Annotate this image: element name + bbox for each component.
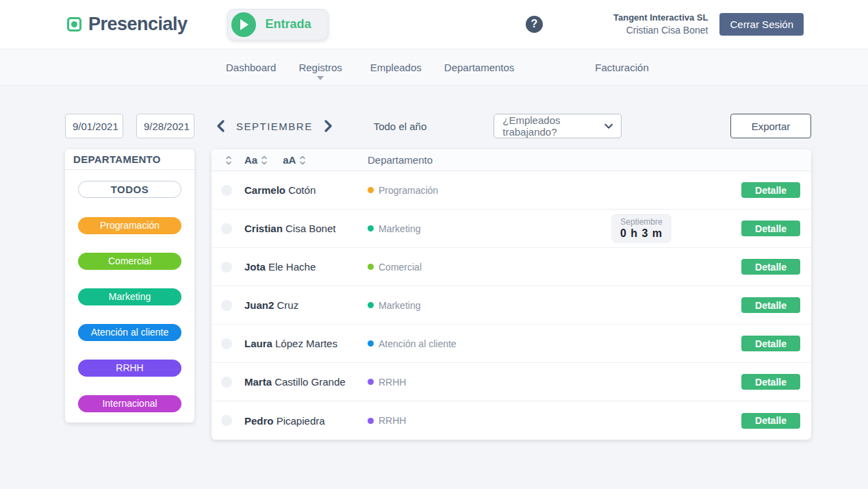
- department-pill-list: TODOS ProgramaciónComercialMarketingAten…: [65, 170, 194, 423]
- employee-name: Pedro Picapiedra: [244, 415, 368, 427]
- filters-bar: SEPTIEMBRE Todo el año ¿Empleados trabaj…: [65, 114, 811, 138]
- play-icon: [231, 12, 256, 37]
- sort-firstname-icon[interactable]: [261, 155, 268, 166]
- row-action-cell: Detalle: [741, 297, 800, 313]
- sort-arrows-icon: [261, 155, 268, 166]
- row-select-circle[interactable]: [221, 300, 232, 311]
- employee-first-name: Laura: [244, 338, 272, 349]
- department-label: Marketing: [379, 223, 420, 234]
- nav-item-label: Empleados: [370, 62, 422, 73]
- nav-item-label: Facturación: [595, 62, 648, 73]
- department-filter-programacion[interactable]: Programación: [78, 217, 181, 234]
- employee-department: Programación: [368, 185, 607, 196]
- employee-last-name: Ele Hache: [266, 261, 316, 273]
- department-filter-marketing[interactable]: Marketing: [78, 288, 181, 305]
- department-dot-icon: [368, 225, 374, 231]
- next-month-button[interactable]: [322, 120, 333, 132]
- detail-button[interactable]: Detalle: [741, 374, 800, 390]
- entrada-button[interactable]: Entrada: [227, 9, 329, 40]
- sort-arrows-icon: [225, 155, 232, 166]
- nav-item-departamentos[interactable]: Departamentos: [444, 62, 515, 73]
- main-nav: DashboardRegistrosEmpleadosDepartamentos…: [0, 49, 868, 86]
- badge-month-label: Septiembre: [620, 217, 663, 227]
- department-filter-rrhh[interactable]: RRHH: [78, 360, 181, 377]
- row-select-cell: [218, 338, 235, 349]
- row-action-cell: Detalle: [741, 182, 800, 198]
- department-label: Atención al cliente: [379, 338, 457, 349]
- table-row: Marta Castillo GrandeRRHHDetalle: [212, 363, 811, 401]
- employee-first-name: Carmelo: [244, 184, 285, 196]
- nav-item-facturacion[interactable]: Facturación: [595, 62, 648, 73]
- account-info: Tangent Interactiva SL Cristian Cisa Bon…: [613, 12, 708, 36]
- detail-button[interactable]: Detalle: [741, 413, 800, 429]
- month-label: SEPTIEMBRE: [236, 121, 313, 132]
- row-action-cell: Detalle: [741, 374, 800, 390]
- department-label: RRHH: [379, 377, 406, 388]
- all-year-link[interactable]: Todo el año: [374, 121, 427, 132]
- row-select-circle[interactable]: [221, 185, 232, 196]
- row-select-circle[interactable]: [221, 338, 232, 349]
- employee-name: Marta Castillo Grande: [244, 376, 368, 388]
- date-to-input[interactable]: [136, 114, 194, 138]
- employees-table: Aa aA Departamento Carmelo CotónPrograma…: [212, 149, 811, 440]
- employee-department: Marketing: [368, 300, 607, 311]
- sort-icon[interactable]: [225, 155, 232, 166]
- prev-month-button[interactable]: [216, 120, 227, 132]
- header-department-label: Departamento: [368, 154, 800, 166]
- table-row: Laura López MartesAtención al clienteDet…: [212, 325, 811, 363]
- department-dot-icon: [368, 187, 374, 193]
- department-label: Marketing: [379, 300, 420, 311]
- help-icon[interactable]: ?: [526, 16, 543, 33]
- nav-item-empleados[interactable]: Empleados: [370, 62, 422, 73]
- department-filter-all[interactable]: TODOS: [78, 181, 181, 198]
- month-time-badge: Septiembre0 h 3 m: [611, 214, 672, 243]
- department-filter-atencion-al-cliente[interactable]: Atención al cliente: [78, 324, 181, 341]
- department-filter-internacional[interactable]: Internacional: [78, 395, 181, 412]
- row-select-cell: [218, 377, 235, 388]
- row-select-circle[interactable]: [221, 377, 232, 388]
- detail-button[interactable]: Detalle: [741, 297, 800, 313]
- department-panel-title: DEPARTAMENTO: [65, 149, 194, 170]
- date-from-input[interactable]: [65, 114, 123, 138]
- row-select-cell: [218, 262, 235, 273]
- table-row: Carmelo CotónProgramaciónDetalle: [212, 171, 811, 210]
- row-action-cell: Detalle: [741, 259, 800, 275]
- badge-time-value: 0 h 3 m: [620, 227, 663, 240]
- nav-item-label: Departamentos: [444, 62, 515, 73]
- sort-lastname-label[interactable]: aA: [283, 154, 296, 166]
- employee-last-name: Cruz: [274, 299, 298, 311]
- row-select-circle[interactable]: [221, 415, 232, 426]
- logo[interactable]: Presencialy: [67, 14, 188, 35]
- employee-first-name: Cristian: [244, 223, 283, 234]
- sort-firstname-label[interactable]: Aa: [244, 154, 257, 166]
- nav-item-label: Dashboard: [226, 62, 276, 73]
- row-select-cell: [218, 223, 235, 234]
- detail-button[interactable]: Detalle: [741, 336, 800, 351]
- page: Presencialy Entrada ? Tangent Interactiv…: [0, 0, 868, 440]
- logout-button[interactable]: Cerrar Sesión: [719, 13, 804, 36]
- export-button[interactable]: Exportar: [730, 114, 811, 138]
- month-time-cell: Septiembre0 h 3 m: [607, 210, 676, 247]
- company-name: Tangent Interactiva SL: [613, 12, 708, 24]
- table-row: Pedro PicapiedraRRHHDetalle: [212, 401, 811, 440]
- row-select-cell: [218, 300, 235, 311]
- table-header: Aa aA Departamento: [212, 149, 811, 171]
- detail-button[interactable]: Detalle: [741, 221, 800, 236]
- detail-button[interactable]: Detalle: [741, 259, 800, 275]
- employees-working-select[interactable]: ¿Empleados trabajando?: [494, 114, 622, 138]
- detail-button[interactable]: Detalle: [741, 182, 800, 198]
- chevron-right-icon: [322, 120, 333, 132]
- play-triangle-icon: [240, 19, 248, 30]
- row-select-circle[interactable]: [221, 262, 232, 273]
- logo-dot-icon: [71, 21, 77, 27]
- department-dot-icon: [368, 418, 374, 424]
- employee-last-name: Castillo Grande: [272, 376, 346, 388]
- topbar-right: ? Tangent Interactiva SL Cristian Cisa B…: [526, 12, 804, 36]
- header-select-cell: [218, 155, 235, 166]
- employee-department: Atención al cliente: [368, 338, 607, 349]
- department-filter-comercial[interactable]: Comercial: [78, 253, 181, 270]
- sort-lastname-icon[interactable]: [299, 155, 306, 166]
- nav-item-registros[interactable]: Registros: [298, 62, 342, 73]
- row-select-circle[interactable]: [221, 223, 232, 234]
- nav-item-dashboard[interactable]: Dashboard: [226, 62, 276, 73]
